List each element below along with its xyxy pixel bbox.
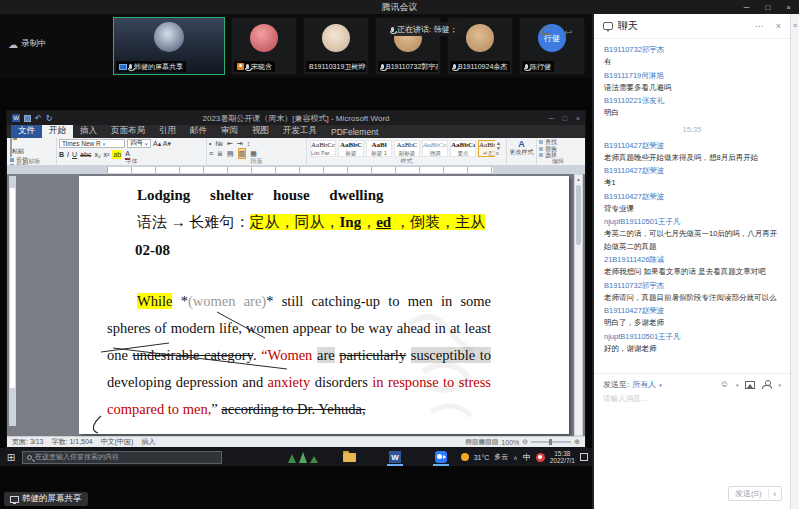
word-taskbar-icon[interactable]: W [382,448,408,466]
file-explorer-icon[interactable] [336,448,362,466]
chat-sender[interactable]: B19110732郭宇杰 [604,279,780,292]
chat-sender[interactable]: njuptB19110501王子凡 [604,215,780,228]
chat-sender[interactable]: B19110732郭宇杰 [604,43,780,56]
ribbon-tab-9[interactable]: PDFelement [324,126,385,138]
chat-sender[interactable]: B19110427赵荣波 [604,190,780,203]
screen-share-pill[interactable]: 韩健的屏幕共享 [4,492,88,506]
word-minimize-icon[interactable]: ─ [549,115,554,122]
chat-input[interactable] [603,394,783,403]
zoom-in-icon[interactable]: ⊕ [574,438,580,446]
word-close-icon[interactable]: × [576,115,580,122]
emoji-icon[interactable]: ☺ [720,380,729,389]
chat-sender[interactable]: B19110427赵荣波 [604,164,780,177]
doc-run: Ing [340,214,362,230]
ribbon-tab-8[interactable]: 开发工具 [276,124,324,138]
style-chip[interactable]: AaBbCcDdList Par… [310,140,336,157]
close-icon[interactable]: × [786,3,791,12]
chat-sender[interactable]: B19110427赵荣波 [604,139,780,152]
send-to-caret-icon[interactable]: ▾ [659,382,662,388]
change-styles-button[interactable]: A 更改样式 [507,138,537,165]
member-caret-icon[interactable]: ▾ [778,382,781,388]
participant-tile[interactable]: 行健陈行健 [519,17,585,75]
start-button[interactable]: ⊞ [0,452,22,463]
scrollbar-thumb[interactable] [576,185,581,245]
tray-expand-icon[interactable]: ∧ [513,454,517,461]
chat-close-icon[interactable]: × [776,21,781,31]
weather-sun-icon[interactable] [461,453,469,461]
chat-sender[interactable]: B19111719何淋旭 [604,69,780,82]
style-gallery-scroll[interactable]: ▲▼≡ [496,141,501,156]
style-chip[interactable]: AaBbCcD强调 [422,140,448,157]
view-button-icon[interactable]: ▤ [465,438,472,445]
ime-indicator[interactable]: 中 [523,452,531,463]
chat-sender[interactable]: 21B19111426陈诚 [604,253,780,266]
style-chip[interactable]: AaBbCcD↵正文 [478,140,495,157]
style-chip[interactable]: AaBl标题 1 [366,140,392,157]
chat-menu-icon[interactable]: ⋯ [755,21,764,31]
document-scrollbar[interactable]: ▲ [574,174,583,436]
ribbon-tab-3[interactable]: 页面布局 [104,124,152,138]
ribbon-tab-2[interactable]: 插入 [73,124,104,138]
ribbon-tab-7[interactable]: 视图 [245,124,276,138]
send-to-value[interactable]: 所有人 [632,379,656,390]
horizontal-ruler[interactable] [7,166,585,174]
view-button-icon[interactable]: ▧ [485,438,492,445]
zoom-slider[interactable] [531,441,571,443]
chat-sender[interactable]: B19110427赵荣波 [604,304,780,317]
paragraph-button[interactable]: ⇤ [227,139,233,148]
style-chip[interactable]: AaBbC标题 [338,140,364,157]
send-options-caret-icon[interactable]: ∨ [769,490,781,497]
send-button[interactable]: 发送(S) ∨ [728,486,782,501]
image-icon[interactable] [745,381,755,389]
grow-shrink-font-buttons[interactable]: A▴ A▾ [153,140,171,148]
paste-button[interactable]: 粘贴 [9,139,25,157]
zoom-out-icon[interactable]: ⊖ [522,438,528,446]
taskbar-widget-icon[interactable] [288,451,318,463]
weather-text[interactable]: 多云 [494,452,508,462]
ribbon-tab-5[interactable]: 邮件 [183,124,214,138]
taskbar-clock[interactable]: 15:38 2022/7/1 [550,450,575,464]
font-name-select[interactable]: Times New R▾ [59,139,125,148]
ribbon-tab-1[interactable]: 开始 [42,124,73,138]
restore-view-icon[interactable]: ↩ [564,27,572,38]
style-chip[interactable]: AaBbC副标题 [394,140,420,157]
emoji-caret-icon[interactable]: ▾ [736,382,739,388]
view-button-icon[interactable]: ▨ [492,438,499,445]
paragraph-button[interactable]: № [215,139,223,148]
ribbon-tab-4[interactable]: 引用 [152,124,183,138]
document-page[interactable]: Lodging shelter house dwelling 语法 → 长难句：… [79,176,569,434]
meeting-taskbar-icon[interactable] [428,448,454,466]
participant-tile[interactable]: 韩健的屏幕共享 [113,17,225,75]
participant-tile[interactable]: 宋晓含 [231,17,297,75]
ribbon-tab-6[interactable]: 审阅 [214,124,245,138]
chat-sender[interactable]: njuptB19110501王子凡 [604,330,780,343]
doc-run: * still catching-up to men in some [266,293,491,309]
participant-label: 韩健的屏幕共享 [116,61,186,72]
taskbar-search[interactable]: 在这里输入你要搜索的内容 [22,451,222,464]
participant-tile[interactable]: B19110319卫树烨 [303,17,369,75]
chat-message: B19110732郭宇杰有 [604,43,780,69]
layout-switch-icon[interactable] [543,27,552,34]
avatar [322,24,350,52]
chat-sender[interactable]: B19110221张友礼 [604,94,780,107]
style-chip[interactable]: AaBbCcD要点 [450,140,476,157]
sidebar-handle-icon[interactable]: ≡ [791,22,799,29]
scroll-up-icon[interactable]: ▲ [575,175,582,183]
member-icon[interactable] [762,380,771,389]
paragraph-button[interactable]: ⇥ [237,139,243,148]
minimize-icon[interactable]: ─ [744,3,750,12]
font-size-select[interactable]: 四号▾ [127,139,151,148]
ribbon-tab-file[interactable]: 文件 [11,124,42,138]
word-maximize-icon[interactable]: □ [563,115,567,122]
chat-message: B19110427赵荣波考1 [604,164,780,190]
maximize-icon[interactable]: □ [765,3,770,12]
chat-message: B19110427赵荣波明白了，多谢老师 [604,304,780,330]
tray-app-icon[interactable] [536,453,545,462]
paragraph-button[interactable]: ↕ [247,139,251,148]
paragraph-button[interactable]: • [209,139,211,148]
weather-temp[interactable]: 31°C [474,454,490,461]
vertical-ruler[interactable] [9,176,16,426]
view-buttons[interactable]: ▤▥▦▧▨ [465,438,498,446]
action-center-icon[interactable] [580,453,588,461]
chat-message-list[interactable]: B19110732郭宇杰有B19111719何淋旭语法需要多看几遍吗B19110… [594,39,790,373]
